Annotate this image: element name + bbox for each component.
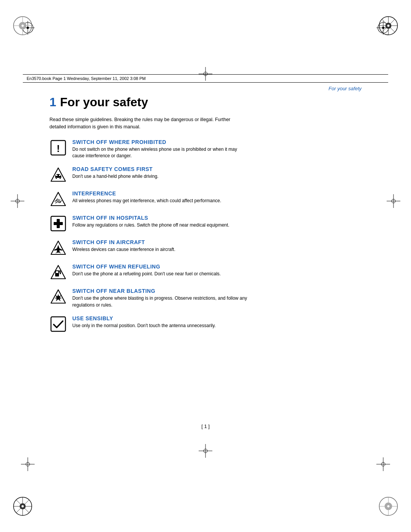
safety-title-use-sensibly: USE SENSIBLY (72, 315, 362, 321)
safety-item-road-safety: ROAD SAFETY COMES FIRST Don't use a hand… (49, 166, 362, 184)
page-number: [ 1 ] (201, 423, 210, 429)
svg-point-49 (387, 505, 390, 508)
page: En3570.book Page 1 Wednesday, September … (0, 0, 411, 532)
hospital-cross-icon (49, 215, 67, 232)
safety-desc-hospitals: Follow any regulations or rules. Switch … (72, 222, 247, 228)
safety-desc-interference: All wireless phones may get interference… (72, 198, 247, 204)
svg-rect-65 (60, 273, 61, 274)
reg-mark-bottom-right (376, 457, 390, 471)
safety-text-switch-off-prohibited: SWITCH OFF WHERE PROHIBITED Do not switc… (72, 139, 362, 160)
decorative-circle-top-right (378, 15, 399, 36)
safety-desc-road-safety: Don't use a hand-held phone while drivin… (72, 173, 247, 180)
safety-desc-refueling: Don't use the phone at a refueling point… (72, 271, 247, 277)
fuel-triangle-icon (49, 264, 67, 281)
aircraft-triangle-icon (49, 239, 67, 257)
safety-desc-use-sensibly: Use only in the normal position. Don't t… (72, 323, 247, 329)
safety-desc-blasting: Don't use the phone where blasting is in… (72, 295, 247, 308)
safety-text-road-safety: ROAD SAFETY COMES FIRST Don't use a hand… (72, 166, 362, 180)
safety-item-switch-off-prohibited: ! SWITCH OFF WHERE PROHIBITED Do not swi… (49, 139, 362, 160)
safety-title-switch-off-prohibited: SWITCH OFF WHERE PROHIBITED (72, 139, 362, 145)
safety-item-aircraft: SWITCH OFF IN AIRCRAFT Wireless devices … (49, 239, 362, 257)
header-bar: En3570.book Page 1 Wednesday, September … (23, 74, 388, 83)
svg-text:!: ! (57, 143, 60, 154)
safety-title-blasting: SWITCH OFF NEAR BLASTING (72, 288, 362, 294)
safety-item-blasting: SWITCH OFF NEAR BLASTING Don't use the p… (49, 288, 362, 308)
decorative-circle-bottom-left (12, 496, 33, 517)
safety-desc-switch-off-prohibited: Do not switch on the phone when wireless… (72, 146, 247, 160)
safety-title-hospitals: SWITCH OFF IN HOSPITALS (72, 215, 362, 221)
reg-mark-bottom-center (199, 444, 212, 458)
safety-title-road-safety: ROAD SAFETY COMES FIRST (72, 166, 362, 172)
svg-rect-60 (54, 222, 63, 225)
car-triangle-icon (49, 166, 67, 184)
svg-point-14 (387, 25, 390, 27)
safety-text-aircraft: SWITCH OFF IN AIRCRAFT Wireless devices … (72, 239, 362, 253)
chapter-heading: 1For your safety (49, 95, 362, 109)
safety-text-interference: INTERFERENCE All wireless phones may get… (72, 190, 362, 204)
safety-item-hospitals: SWITCH OFF IN HOSPITALS Follow any regul… (49, 215, 362, 232)
safety-text-hospitals: SWITCH OFF IN HOSPITALS Follow any regul… (72, 215, 362, 228)
chapter-number: 1 (49, 95, 56, 109)
safety-text-refueling: SWITCH OFF WHEN REFUELING Don't use the … (72, 264, 362, 277)
safety-item-interference: INTERFERENCE All wireless phones may get… (49, 190, 362, 208)
decorative-circle-bottom-right (378, 496, 399, 517)
svg-marker-57 (51, 192, 65, 206)
intro-paragraph: Read these simple guidelines. Breaking t… (49, 116, 240, 131)
safety-item-refueling: SWITCH OFF WHEN REFUELING Don't use the … (49, 264, 362, 281)
safety-text-blasting: SWITCH OFF NEAR BLASTING Don't use the p… (72, 288, 362, 308)
checkmark-square-icon (49, 315, 67, 333)
decorative-circle-top-left (12, 15, 33, 36)
safety-item-use-sensibly: USE SENSIBLY Use only in the normal posi… (49, 315, 362, 333)
file-info: En3570.book Page 1 Wednesday, September … (23, 76, 146, 81)
chapter-title: For your safety (60, 95, 148, 109)
svg-point-44 (22, 505, 24, 508)
chapter-italic-header: For your safety (328, 86, 362, 91)
svg-point-19 (22, 25, 24, 27)
safety-title-refueling: SWITCH OFF WHEN REFUELING (72, 264, 362, 270)
safety-desc-aircraft: Wireless devices can cause interference … (72, 246, 247, 253)
exclamation-square-icon: ! (49, 139, 67, 157)
safety-title-aircraft: SWITCH OFF IN AIRCRAFT (72, 239, 362, 245)
blasting-triangle-icon (49, 288, 67, 305)
interference-triangle-icon (49, 190, 67, 208)
reg-mark-right-mid (387, 194, 400, 208)
reg-mark-bottom-left (21, 457, 35, 471)
safety-text-use-sensibly: USE SENSIBLY Use only in the normal posi… (72, 315, 362, 329)
svg-point-55 (56, 177, 57, 179)
svg-rect-53 (56, 175, 57, 176)
svg-rect-54 (59, 175, 61, 176)
safety-items-list: ! SWITCH OFF WHERE PROHIBITED Do not swi… (49, 139, 362, 333)
safety-title-interference: INTERFERENCE (72, 190, 362, 197)
reg-mark-left-mid (11, 194, 24, 208)
svg-point-56 (59, 177, 61, 179)
main-content: 1For your safety Read these simple guide… (49, 95, 362, 333)
svg-rect-64 (56, 271, 58, 273)
